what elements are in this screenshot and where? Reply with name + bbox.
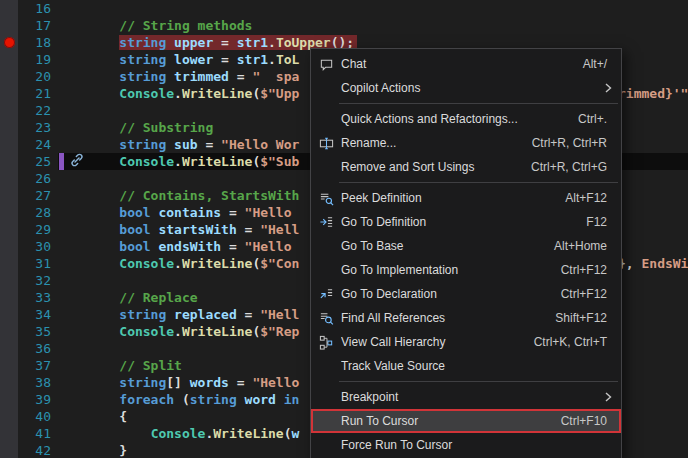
menu-item-go-to-definition[interactable]: Go To DefinitionF12 <box>311 210 621 234</box>
code-token: = <box>213 35 236 50</box>
code-line[interactable]: 17 // String methods <box>0 17 688 34</box>
menu-item-track-value-source[interactable]: Track Value Source <box>311 354 621 378</box>
menu-shortcut: Shift+F12 <box>555 311 621 325</box>
breakpoint-margin[interactable] <box>0 374 18 391</box>
selection-margin <box>58 272 66 289</box>
breakpoint-margin[interactable] <box>0 425 18 442</box>
code-token: WriteLine <box>182 86 252 101</box>
glyph-margin <box>66 102 88 119</box>
breakpoint-margin[interactable] <box>0 442 18 458</box>
line-number: 40 <box>18 408 58 425</box>
menu-item-find-all-references[interactable]: Find All ReferencesShift+F12 <box>311 306 621 330</box>
code-token: contains <box>158 205 221 220</box>
code-token: w <box>292 426 300 441</box>
breakpoint-margin[interactable] <box>0 323 18 340</box>
code-token: Console <box>151 426 206 441</box>
breakpoint-margin[interactable] <box>0 0 18 17</box>
menu-item-rename[interactable]: Rename...Ctrl+R, Ctrl+R <box>311 131 621 155</box>
code-token: Console <box>119 154 174 169</box>
menu-item-chat[interactable]: ChatAlt+/ <box>311 52 621 76</box>
breakpoint-margin[interactable] <box>0 340 18 357</box>
menu-item-view-call-hierarchy[interactable]: View Call HierarchyCtrl+K, Ctrl+T <box>311 330 621 354</box>
code-token: // Split <box>119 358 182 373</box>
line-number: 34 <box>18 306 58 323</box>
selection-margin <box>58 204 66 221</box>
breakpoint-margin[interactable] <box>0 357 18 374</box>
breakpoint-margin[interactable] <box>0 34 18 51</box>
breakpoint-margin[interactable] <box>0 221 18 238</box>
breakpoint-margin[interactable] <box>0 391 18 408</box>
code-token: = <box>213 52 236 67</box>
breakpoint-margin[interactable] <box>0 306 18 323</box>
selection-margin <box>58 357 66 374</box>
menu-item-go-to-declaration[interactable]: Go To DeclarationCtrl+F12 <box>311 282 621 306</box>
line-number: 22 <box>18 102 58 119</box>
breakpoint-margin[interactable] <box>0 51 18 68</box>
breakpoint-margin[interactable] <box>0 170 18 187</box>
menu-item-label: Go To Base <box>341 239 554 253</box>
selection-margin <box>58 442 66 458</box>
glyph-margin <box>66 238 88 255</box>
menu-item-quick-actions-and-refactorings[interactable]: Quick Actions and Refactorings...Ctrl+. <box>311 107 621 131</box>
breakpoint-margin[interactable] <box>0 136 18 153</box>
breakpoint-margin[interactable] <box>0 187 18 204</box>
breakpoint-margin[interactable] <box>0 204 18 221</box>
breakpoint-margin[interactable] <box>0 289 18 306</box>
menu-item-label: Copilot Actions <box>341 81 605 95</box>
code-token: str1 <box>237 35 268 50</box>
line-number: 26 <box>18 170 58 187</box>
code-line[interactable]: 16 <box>0 0 688 17</box>
menu-item-go-to-implementation[interactable]: Go To ImplementationCtrl+F12 <box>311 258 621 282</box>
code-token: WriteLine <box>182 256 252 271</box>
breakpoint-margin[interactable] <box>0 272 18 289</box>
menu-item-force-run-to-cursor[interactable]: Force Run To Cursor <box>311 433 621 457</box>
code-token: = <box>237 222 260 237</box>
code-token: string <box>190 392 237 407</box>
menu-item-label: View Call Hierarchy <box>341 335 534 349</box>
selection-margin <box>58 221 66 238</box>
menu-item-breakpoint[interactable]: Breakpoint <box>311 385 621 409</box>
breakpoint-margin[interactable] <box>0 17 18 34</box>
line-number: 19 <box>18 51 58 68</box>
line-number: 29 <box>18 221 58 238</box>
glyph-margin <box>66 425 88 442</box>
code-token: string <box>119 375 166 390</box>
breakpoint-margin[interactable] <box>0 85 18 102</box>
menu-item-label: Go To Declaration <box>341 287 561 301</box>
line-number: 27 <box>18 187 58 204</box>
menu-shortcut: Alt+Home <box>554 239 621 253</box>
breakpoint-margin[interactable] <box>0 255 18 272</box>
code-token: // String methods <box>119 18 252 33</box>
code-text-fragment: }, EndsWit <box>618 255 688 272</box>
code-token: WriteLine <box>182 324 252 339</box>
breakpoint-margin[interactable] <box>0 153 18 170</box>
menu-item-remove-and-sort-usings[interactable]: Remove and Sort UsingsCtrl+R, Ctrl+G <box>311 155 621 179</box>
glyph-margin <box>66 204 88 221</box>
breakpoint-margin[interactable] <box>0 119 18 136</box>
selection-margin <box>58 0 66 17</box>
breakpoint-margin[interactable] <box>0 238 18 255</box>
code-token: . <box>174 256 182 271</box>
line-number: 31 <box>18 255 58 272</box>
breakpoint-margin[interactable] <box>0 408 18 425</box>
breakpoint-margin[interactable] <box>0 102 18 119</box>
code-token: sub <box>174 137 197 152</box>
line-number: 18 <box>18 34 58 51</box>
menu-item-copilot-actions[interactable]: Copilot Actions <box>311 76 621 100</box>
menu-item-run-to-cursor[interactable]: Run To CursorCtrl+F10 <box>311 409 621 433</box>
line-number: 17 <box>18 17 58 34</box>
menu-item-label: Go To Implementation <box>341 263 561 277</box>
code-token: [] <box>166 375 189 390</box>
line-number: 41 <box>18 425 58 442</box>
line-number: 38 <box>18 374 58 391</box>
chat-icon <box>311 57 341 72</box>
breakpoint-icon[interactable] <box>4 37 15 48</box>
selection-margin <box>58 68 66 85</box>
code-token: // Contains, StartsWith <box>119 188 299 203</box>
menu-item-go-to-base[interactable]: Go To BaseAlt+Home <box>311 234 621 258</box>
menu-item-peek-definition[interactable]: Peek DefinitionAlt+F12 <box>311 186 621 210</box>
line-number: 32 <box>18 272 58 289</box>
code-token: = <box>221 205 244 220</box>
glyph-margin <box>66 119 88 136</box>
breakpoint-margin[interactable] <box>0 68 18 85</box>
